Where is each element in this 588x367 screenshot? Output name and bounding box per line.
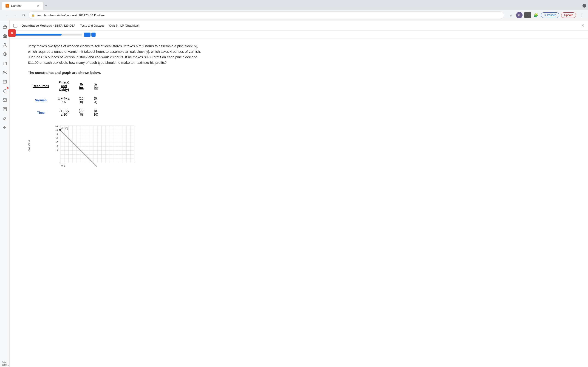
update-button[interactable]: Update (561, 12, 576, 18)
varnish-yint: (0,4) (89, 93, 103, 105)
sidebar-icon-edit[interactable] (1, 114, 9, 123)
y-tick-7: -7 (56, 141, 58, 144)
svg-rect-4 (4, 36, 5, 38)
security-lock-icon: 🔒 (32, 14, 35, 17)
sidebar-icon-calendar[interactable] (1, 77, 9, 86)
svg-point-15 (5, 71, 6, 73)
svg-point-14 (3, 71, 5, 73)
sidebar: ! (0, 21, 10, 367)
svg-point-6 (4, 43, 6, 45)
graph-svg: Oak Clock (28, 122, 138, 168)
time-xint: (10,0) (74, 105, 89, 118)
browser-menu-dot[interactable] (582, 4, 586, 8)
bookmark-icon[interactable]: ☆ (508, 12, 514, 18)
graph-y-axis-label: Oak Clock (28, 139, 31, 151)
time-constraint-line (60, 130, 97, 167)
progress-action-1[interactable] (84, 33, 90, 37)
breadcrumb-section[interactable]: Tests and Quizzes (80, 23, 104, 28)
address-bar: ← → ↻ 🔒 learn.humber.ca/ultra/courses/_1… (0, 10, 588, 21)
time-yint: (0,10) (89, 105, 103, 118)
progress-actions (84, 33, 95, 37)
terms-link[interactable]: Term... (2, 364, 9, 366)
sidebar-icon-institution[interactable] (1, 32, 9, 40)
tab-title: Content (11, 4, 22, 8)
browser-menu-button[interactable]: ⋮ (578, 12, 584, 18)
progress-bar (13, 34, 61, 35)
y-tick-6: -6 (56, 145, 58, 148)
extension-icon-2[interactable]: □ (524, 12, 531, 18)
table-row-varnish: Varnish x + 4y ≤16 (16,0) (0,4) (28, 93, 103, 105)
sidebar-icon-back-arrow[interactable] (1, 123, 9, 132)
paused-circle-icon: ⏸ (544, 14, 546, 17)
notification-badge: ! (7, 87, 9, 89)
question-intro-text: Jerry makes two types of wooden clocks t… (28, 43, 203, 65)
breadcrumb-course[interactable]: Quantitative Methods - BSTA-320-D8A (22, 23, 76, 28)
graph-point-label-0-10: (0, 10) (61, 127, 68, 130)
url-bar[interactable]: 🔒 learn.humber.ca/ultra/courses/_186175_… (28, 11, 504, 19)
constraints-table: Resources Pine(x)andOak(y) X-int. Y-int (28, 79, 103, 118)
main-content: Quantitative Methods - BSTA-320-D8A Test… (10, 21, 588, 367)
y-tick-10: 10 (55, 129, 58, 131)
progress-bar-background (13, 34, 82, 35)
top-close-button[interactable]: ✕ (581, 23, 584, 28)
active-tab[interactable]: C Content ✕ (2, 2, 43, 10)
table-row-time: Time 2x + 2y≤ 20 (10,0) (0,10) (28, 105, 103, 118)
sidebar-icon-calendar-list[interactable] (1, 59, 9, 67)
url-text: learn.humber.ca/ultra/courses/_186175_1/… (37, 14, 501, 17)
svg-text:C: C (7, 5, 8, 7)
sidebar-icon-messages[interactable] (1, 96, 9, 104)
resource-varnish: Varnish (28, 93, 54, 105)
constraints-section: Resources Pine(x)andOak(y) X-int. Y-int (28, 79, 574, 118)
varnish-formula: x + 4y ≤16 (54, 93, 74, 105)
sidebar-icon-groups[interactable] (1, 68, 9, 77)
tab-bar: C Content ✕ + (0, 0, 588, 10)
svg-rect-16 (3, 80, 6, 83)
breadcrumb-item[interactable]: Quiz 5 - LP (Graphical) (109, 23, 140, 28)
y-tick-9: -9 (56, 133, 58, 135)
reload-button[interactable]: ↻ (20, 12, 27, 18)
svg-line-25 (5, 117, 6, 118)
top-navigation: Quantitative Methods - BSTA-320-D8A Test… (10, 21, 588, 31)
time-formula: 2x + 2y≤ 20 (54, 105, 74, 118)
paused-label: Paused (547, 14, 556, 17)
lms-container: ! Quantitative Methods - BSTA-320-D8A Te… (0, 21, 588, 367)
y-tick-5: -5 (56, 149, 58, 152)
forward-button[interactable]: → (12, 12, 18, 18)
extensions-puzzle-icon[interactable]: 🧩 (533, 12, 539, 18)
col-header-yint: Y-int (89, 79, 103, 93)
col-header-xint: X-int. (74, 79, 89, 93)
sidebar-icon-grades[interactable] (1, 105, 9, 113)
col-header-resources: Resources (28, 79, 54, 93)
privacy-link[interactable]: Priva... (2, 361, 9, 364)
content-area: Jerry makes two types of wooden clocks t… (10, 39, 588, 367)
svg-rect-10 (3, 62, 6, 65)
sidebar-icon-globe[interactable] (1, 50, 9, 58)
sidebar-icon-home[interactable] (1, 23, 9, 31)
progress-area (10, 31, 588, 39)
toolbar-icons: ☆ m □ 🧩 ⏸ Paused Update ⋮ (508, 12, 584, 18)
browser-chrome: C Content ✕ + ← → ↻ 🔒 learn.humber.ca/ul… (0, 0, 588, 21)
question-subtitle: The constraints and graph are shown belo… (28, 70, 203, 75)
graph-container: Oak Clock (28, 122, 574, 169)
moodle-extension-icon[interactable]: m (516, 12, 523, 18)
svg-rect-20 (3, 99, 7, 101)
varnish-xint: (16,0) (74, 93, 89, 105)
progress-action-2[interactable] (91, 33, 95, 37)
sidebar-icon-notifications[interactable]: ! (1, 87, 9, 95)
y-tick-8: -8 (56, 137, 58, 140)
sidebar-icon-profile[interactable] (1, 41, 9, 49)
tab-favicon: C (6, 4, 9, 8)
back-button[interactable]: ← (4, 12, 10, 18)
y-tick-11: 11 (55, 125, 58, 127)
resource-time: Time (28, 105, 54, 118)
graph-bottom-label: (0, 1 (61, 165, 65, 167)
svg-rect-2 (3, 26, 6, 28)
footer: Priva... Term... (0, 360, 11, 367)
svg-rect-5 (5, 36, 6, 38)
paused-button[interactable]: ⏸ Paused (541, 12, 560, 18)
close-x-button[interactable]: × (10, 29, 16, 37)
nav-checkbox[interactable] (13, 24, 17, 27)
tab-close-button[interactable]: ✕ (37, 4, 40, 8)
new-tab-button[interactable]: + (43, 2, 49, 9)
col-header-formula: Pine(x)andOak(y) (54, 79, 74, 93)
